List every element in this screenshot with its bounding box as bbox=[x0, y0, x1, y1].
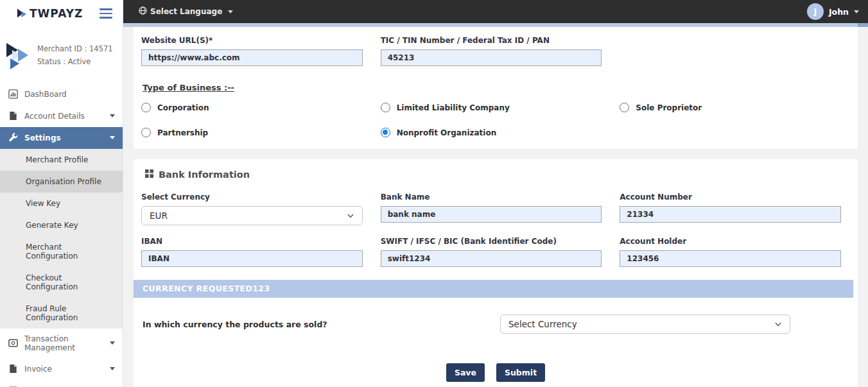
chevron-down-icon bbox=[347, 212, 354, 219]
content-area: Website URL(S)* TIC / TIN Number / Feder… bbox=[123, 27, 868, 387]
user-menu[interactable]: J John bbox=[807, 3, 859, 20]
app-root: TWPAYZ Merchant ID : 14571 Status : Acti… bbox=[0, 0, 868, 387]
sidebar-item-settings[interactable]: Settings bbox=[0, 127, 123, 149]
bank-information-title: Bank Information bbox=[159, 169, 250, 180]
language-selector[interactable]: Select Language bbox=[139, 6, 233, 17]
iban-input[interactable] bbox=[141, 250, 363, 267]
chevron-down-icon bbox=[110, 341, 115, 345]
language-label: Select Language bbox=[150, 7, 222, 16]
language-globe-icon bbox=[139, 6, 147, 17]
sidebar-item-label: Transaction Management bbox=[24, 334, 103, 352]
radio-corporation[interactable]: Corporation bbox=[141, 103, 372, 112]
chevron-down-icon bbox=[774, 320, 782, 328]
tax-id-input[interactable] bbox=[381, 49, 602, 66]
avatar: J bbox=[807, 3, 824, 20]
money-icon bbox=[8, 338, 18, 348]
products-currency-select[interactable]: Select Currency bbox=[500, 314, 790, 334]
wrench-icon bbox=[8, 133, 18, 143]
website-url-input[interactable] bbox=[141, 49, 363, 66]
select-currency-label: Select Currency bbox=[141, 193, 372, 202]
radio-icon bbox=[381, 103, 390, 112]
account-holder-input[interactable] bbox=[620, 250, 841, 267]
radio-limited-liability-company[interactable]: Limited Liability Company bbox=[381, 103, 611, 112]
account-holder-label: Account Holder bbox=[620, 237, 850, 246]
submenu-item-view-key[interactable]: View Key bbox=[0, 193, 123, 214]
scrollbar-thumb[interactable] bbox=[858, 23, 868, 27]
submenu-item-generate-key[interactable]: Generate Key bbox=[0, 214, 123, 236]
website-url-label: Website URL(S)* bbox=[141, 36, 372, 45]
submenu-item-merchant-configuration[interactable]: Merchant Configuration bbox=[0, 236, 123, 267]
sidebar-item-invoice[interactable]: Invoice bbox=[0, 358, 123, 380]
radio-partnership[interactable]: Partnership bbox=[141, 128, 372, 137]
document-icon bbox=[8, 364, 18, 374]
account-number-input[interactable] bbox=[620, 206, 841, 223]
chevron-down-icon bbox=[110, 367, 115, 370]
submenu-item-fraud-rule-configuration[interactable]: Fraud Rule Configuration bbox=[0, 298, 123, 329]
radio-sole-proprietor[interactable]: Sole Proprietor bbox=[620, 103, 850, 112]
user-name: John bbox=[829, 7, 849, 17]
business-type-options: Corporation Limited Liability Company So… bbox=[141, 103, 850, 137]
swift-field-group: SWIFT / IFSC / BIC (Bank Identifier Code… bbox=[381, 237, 611, 267]
merchant-info: Merchant ID : 14571 Status : Active bbox=[0, 24, 123, 83]
radio-icon bbox=[141, 128, 151, 137]
horizontal-scrollbar[interactable] bbox=[123, 23, 868, 27]
iban-label: IBAN bbox=[141, 237, 372, 246]
document-icon bbox=[8, 111, 18, 121]
hamburger-menu-icon[interactable] bbox=[98, 6, 114, 21]
sidebar-item-account-details[interactable]: Account Details bbox=[0, 105, 123, 127]
main-area: Select Language J John Website URL(S)* bbox=[123, 0, 868, 387]
sidebar-nav: DashBoard Account Details Settings Merch… bbox=[0, 83, 123, 387]
settings-submenu: Merchant Profile Organisation Profile Vi… bbox=[0, 149, 123, 329]
bank-name-field-group: Bank Name bbox=[381, 193, 611, 225]
account-holder-field-group: Account Holder bbox=[620, 237, 850, 267]
sidebar-item-label: Settings bbox=[24, 133, 61, 142]
submit-button[interactable]: Submit bbox=[496, 363, 545, 382]
tax-id-label: TIC / TIN Number / Federal Tax ID / PAN bbox=[381, 36, 611, 45]
chevron-down-icon bbox=[228, 10, 233, 13]
merchant-logo-icon bbox=[5, 40, 31, 72]
grid-icon bbox=[145, 169, 153, 180]
sidebar-item-label: Account Details bbox=[24, 112, 85, 121]
type-of-business-heading: Type of Business :-- bbox=[143, 83, 850, 92]
organisation-profile-card: Website URL(S)* TIC / TIN Number / Feder… bbox=[134, 27, 858, 149]
sidebar: TWPAYZ Merchant ID : 14571 Status : Acti… bbox=[0, 0, 123, 387]
form-actions: Save Submit bbox=[141, 363, 850, 382]
sidebar-item-label: DashBoard bbox=[24, 90, 67, 99]
radio-nonprofit-organization[interactable]: Nonprofit Organization bbox=[381, 128, 611, 137]
currency-select-value: EUR bbox=[150, 211, 168, 221]
brand-name: TWPAYZ bbox=[30, 7, 83, 20]
swift-label: SWIFT / IFSC / BIC (Bank Identifier Code… bbox=[381, 237, 611, 246]
topbar: Select Language J John bbox=[123, 0, 868, 23]
chevron-down-icon bbox=[854, 10, 859, 13]
iban-field-group: IBAN bbox=[141, 237, 372, 267]
currency-question-row: In which currency the products are sold?… bbox=[141, 314, 850, 334]
save-button[interactable]: Save bbox=[446, 363, 485, 382]
chevron-down-icon bbox=[110, 114, 115, 117]
sidebar-item-transaction-management[interactable]: Transaction Management bbox=[0, 329, 123, 358]
website-url-field-group: Website URL(S)* bbox=[141, 36, 372, 66]
brand-triangle-icon bbox=[17, 8, 27, 19]
submenu-item-organisation-profile[interactable]: Organisation Profile bbox=[0, 171, 123, 193]
tax-id-field-group: TIC / TIN Number / Federal Tax ID / PAN bbox=[381, 36, 611, 66]
sidebar-item-label: Invoice bbox=[24, 365, 52, 374]
sidebar-item-dashboard[interactable]: DashBoard bbox=[0, 83, 123, 105]
bank-name-input[interactable] bbox=[381, 206, 602, 223]
products-currency-select-placeholder: Select Currency bbox=[508, 319, 577, 329]
radio-icon bbox=[620, 103, 629, 112]
chevron-down-icon bbox=[110, 136, 115, 139]
brand-logo[interactable]: TWPAYZ bbox=[17, 7, 83, 20]
bank-name-label: Bank Name bbox=[381, 193, 611, 202]
currency-question-label: In which currency the products are sold? bbox=[143, 320, 327, 329]
bank-information-card: Bank Information Select Currency EUR Ban… bbox=[134, 159, 858, 387]
currency-select[interactable]: EUR bbox=[141, 206, 363, 225]
swift-input[interactable] bbox=[381, 250, 602, 267]
sidebar-item-pay-by-link[interactable]: Pay By Link bbox=[0, 380, 123, 387]
account-number-label: Account Number bbox=[620, 193, 850, 202]
radio-selected-icon bbox=[381, 128, 390, 137]
bar-chart-icon bbox=[8, 89, 18, 99]
submenu-item-checkout-configuration[interactable]: Checkout Configuration bbox=[0, 267, 123, 298]
merchant-status: Status : Active bbox=[37, 56, 113, 69]
submenu-item-merchant-profile[interactable]: Merchant Profile bbox=[0, 149, 123, 171]
bank-information-heading: Bank Information bbox=[145, 169, 850, 180]
currency-field-group: Select Currency EUR bbox=[141, 193, 372, 225]
